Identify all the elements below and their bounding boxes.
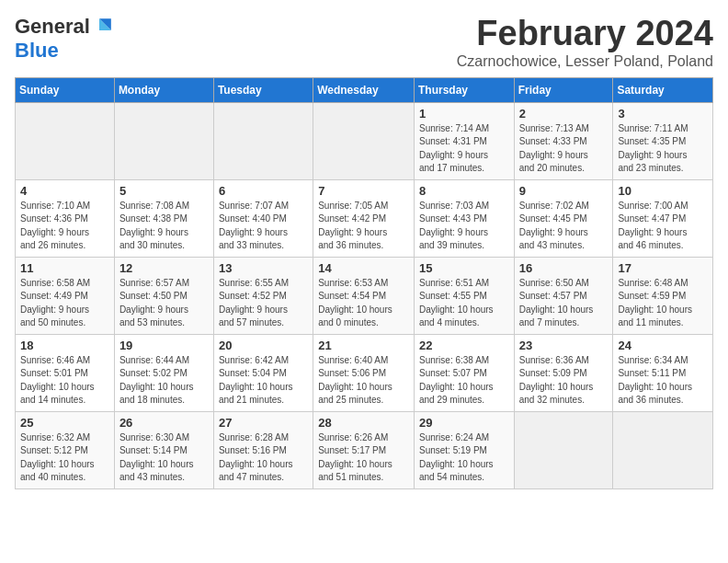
- day-number: 17: [618, 261, 708, 275]
- calendar-cell: [16, 102, 115, 179]
- day-info: Sunrise: 6:44 AM Sunset: 5:02 PM Dayligh…: [119, 354, 209, 408]
- day-number: 18: [20, 339, 109, 352]
- weekday-header-friday: Friday: [514, 77, 613, 102]
- day-info: Sunrise: 7:13 AM Sunset: 4:33 PM Dayligh…: [519, 122, 609, 176]
- day-info: Sunrise: 7:08 AM Sunset: 4:38 PM Dayligh…: [119, 200, 209, 253]
- weekday-header-saturday: Saturday: [613, 77, 713, 102]
- day-number: 14: [318, 261, 409, 275]
- calendar-cell: 14Sunrise: 6:53 AM Sunset: 4:54 PM Dayli…: [313, 257, 415, 334]
- day-info: Sunrise: 7:02 AM Sunset: 4:45 PM Dayligh…: [519, 200, 609, 253]
- calendar-cell: 18Sunrise: 6:46 AM Sunset: 5:01 PM Dayli…: [16, 334, 115, 411]
- day-number: 13: [219, 261, 308, 275]
- day-info: Sunrise: 6:38 AM Sunset: 5:07 PM Dayligh…: [419, 354, 509, 408]
- weekday-header-tuesday: Tuesday: [213, 77, 313, 102]
- calendar-cell: 7Sunrise: 7:05 AM Sunset: 4:42 PM Daylig…: [313, 179, 415, 257]
- calendar-cell: 8Sunrise: 7:03 AM Sunset: 4:43 PM Daylig…: [414, 179, 514, 257]
- day-number: 3: [618, 107, 708, 121]
- weekday-header-thursday: Thursday: [414, 77, 514, 102]
- day-info: Sunrise: 6:46 AM Sunset: 5:01 PM Dayligh…: [20, 354, 109, 408]
- day-info: Sunrise: 6:50 AM Sunset: 4:57 PM Dayligh…: [519, 277, 609, 330]
- calendar-cell: 29Sunrise: 6:24 AM Sunset: 5:19 PM Dayli…: [414, 411, 514, 488]
- day-number: 24: [618, 339, 708, 352]
- calendar-cell: 3Sunrise: 7:11 AM Sunset: 4:35 PM Daylig…: [613, 102, 713, 179]
- weekday-header-sunday: Sunday: [16, 77, 115, 102]
- day-number: 2: [519, 107, 609, 121]
- day-number: 15: [419, 261, 509, 275]
- day-number: 7: [318, 184, 409, 198]
- calendar-cell: 9Sunrise: 7:02 AM Sunset: 4:45 PM Daylig…: [514, 179, 613, 257]
- calendar-cell: 15Sunrise: 6:51 AM Sunset: 4:55 PM Dayli…: [414, 257, 514, 334]
- day-number: 11: [20, 261, 109, 275]
- day-number: 5: [119, 184, 209, 198]
- calendar-cell: [114, 102, 213, 179]
- day-info: Sunrise: 6:55 AM Sunset: 4:52 PM Dayligh…: [219, 277, 308, 330]
- logo: General Blue: [15, 15, 114, 63]
- day-info: Sunrise: 7:00 AM Sunset: 4:47 PM Dayligh…: [618, 200, 708, 253]
- day-info: Sunrise: 6:36 AM Sunset: 5:09 PM Dayligh…: [519, 354, 609, 408]
- day-number: 12: [119, 261, 209, 275]
- day-number: 23: [519, 339, 609, 352]
- day-info: Sunrise: 6:58 AM Sunset: 4:49 PM Dayligh…: [20, 277, 109, 330]
- day-number: 26: [119, 416, 209, 430]
- day-info: Sunrise: 6:28 AM Sunset: 5:16 PM Dayligh…: [219, 431, 308, 485]
- calendar-cell: 23Sunrise: 6:36 AM Sunset: 5:09 PM Dayli…: [514, 334, 613, 411]
- day-info: Sunrise: 7:05 AM Sunset: 4:42 PM Dayligh…: [318, 200, 409, 253]
- page-header: General Blue February 2024 Czarnochowice…: [15, 15, 713, 70]
- day-info: Sunrise: 7:14 AM Sunset: 4:31 PM Dayligh…: [419, 122, 509, 176]
- day-number: 8: [419, 184, 509, 198]
- calendar-cell: 24Sunrise: 6:34 AM Sunset: 5:11 PM Dayli…: [613, 334, 713, 411]
- calendar-cell: [213, 102, 313, 179]
- weekday-header-monday: Monday: [114, 77, 213, 102]
- calendar-cell: 6Sunrise: 7:07 AM Sunset: 4:40 PM Daylig…: [213, 179, 313, 257]
- location-title: Czarnochowice, Lesser Poland, Poland: [457, 53, 713, 70]
- day-number: 27: [219, 416, 308, 430]
- day-info: Sunrise: 6:51 AM Sunset: 4:55 PM Dayligh…: [419, 277, 509, 330]
- title-area: February 2024 Czarnochowice, Lesser Pola…: [457, 15, 713, 70]
- day-info: Sunrise: 6:48 AM Sunset: 4:59 PM Dayligh…: [618, 277, 708, 330]
- calendar-cell: 22Sunrise: 6:38 AM Sunset: 5:07 PM Dayli…: [414, 334, 514, 411]
- day-number: 28: [318, 416, 409, 430]
- calendar-cell: 26Sunrise: 6:30 AM Sunset: 5:14 PM Dayli…: [114, 411, 213, 488]
- calendar-cell: [613, 411, 713, 488]
- calendar-cell: 5Sunrise: 7:08 AM Sunset: 4:38 PM Daylig…: [114, 179, 213, 257]
- calendar-table: SundayMondayTuesdayWednesdayThursdayFrid…: [15, 77, 713, 489]
- calendar-cell: 28Sunrise: 6:26 AM Sunset: 5:17 PM Dayli…: [313, 411, 415, 488]
- day-info: Sunrise: 6:57 AM Sunset: 4:50 PM Dayligh…: [119, 277, 209, 330]
- day-info: Sunrise: 7:03 AM Sunset: 4:43 PM Dayligh…: [419, 200, 509, 253]
- month-title: February 2024: [457, 15, 713, 53]
- logo-icon: [92, 16, 114, 38]
- day-info: Sunrise: 7:07 AM Sunset: 4:40 PM Dayligh…: [219, 200, 308, 253]
- calendar-cell: 21Sunrise: 6:40 AM Sunset: 5:06 PM Dayli…: [313, 334, 415, 411]
- calendar-cell: [313, 102, 415, 179]
- day-info: Sunrise: 7:11 AM Sunset: 4:35 PM Dayligh…: [618, 122, 708, 176]
- calendar-cell: 27Sunrise: 6:28 AM Sunset: 5:16 PM Dayli…: [213, 411, 313, 488]
- day-number: 6: [219, 184, 308, 198]
- calendar-cell: 13Sunrise: 6:55 AM Sunset: 4:52 PM Dayli…: [213, 257, 313, 334]
- calendar-cell: 1Sunrise: 7:14 AM Sunset: 4:31 PM Daylig…: [414, 102, 514, 179]
- weekday-header-wednesday: Wednesday: [313, 77, 415, 102]
- day-number: 22: [419, 339, 509, 352]
- calendar-cell: 11Sunrise: 6:58 AM Sunset: 4:49 PM Dayli…: [16, 257, 115, 334]
- day-info: Sunrise: 6:40 AM Sunset: 5:06 PM Dayligh…: [318, 354, 409, 408]
- day-info: Sunrise: 6:42 AM Sunset: 5:04 PM Dayligh…: [219, 354, 308, 408]
- day-info: Sunrise: 6:34 AM Sunset: 5:11 PM Dayligh…: [618, 354, 708, 408]
- day-number: 21: [318, 339, 409, 352]
- calendar-cell: 4Sunrise: 7:10 AM Sunset: 4:36 PM Daylig…: [16, 179, 115, 257]
- day-info: Sunrise: 6:53 AM Sunset: 4:54 PM Dayligh…: [318, 277, 409, 330]
- calendar-cell: 25Sunrise: 6:32 AM Sunset: 5:12 PM Dayli…: [16, 411, 115, 488]
- calendar-cell: 2Sunrise: 7:13 AM Sunset: 4:33 PM Daylig…: [514, 102, 613, 179]
- day-number: 9: [519, 184, 609, 198]
- calendar-cell: 17Sunrise: 6:48 AM Sunset: 4:59 PM Dayli…: [613, 257, 713, 334]
- day-info: Sunrise: 6:26 AM Sunset: 5:17 PM Dayligh…: [318, 431, 409, 485]
- day-info: Sunrise: 6:30 AM Sunset: 5:14 PM Dayligh…: [119, 431, 209, 485]
- day-number: 4: [20, 184, 109, 198]
- day-number: 1: [419, 107, 509, 121]
- day-info: Sunrise: 6:24 AM Sunset: 5:19 PM Dayligh…: [419, 431, 509, 485]
- day-number: 19: [119, 339, 209, 352]
- logo-blue-text: Blue: [15, 39, 59, 63]
- calendar-cell: 12Sunrise: 6:57 AM Sunset: 4:50 PM Dayli…: [114, 257, 213, 334]
- day-number: 10: [618, 184, 708, 198]
- day-number: 16: [519, 261, 609, 275]
- calendar-cell: [514, 411, 613, 488]
- day-number: 29: [419, 416, 509, 430]
